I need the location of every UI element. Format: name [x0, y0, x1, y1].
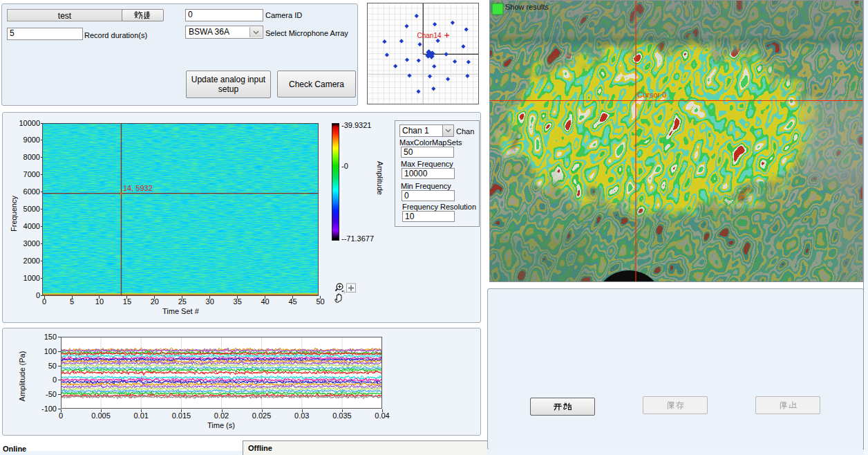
svg-text:Chan14: Chan14: [417, 32, 442, 39]
svg-text:Show results: Show results: [505, 3, 549, 11]
svg-text:14, 5932: 14, 5932: [123, 184, 153, 192]
svg-text:Cursor 0: Cursor 0: [637, 91, 666, 99]
